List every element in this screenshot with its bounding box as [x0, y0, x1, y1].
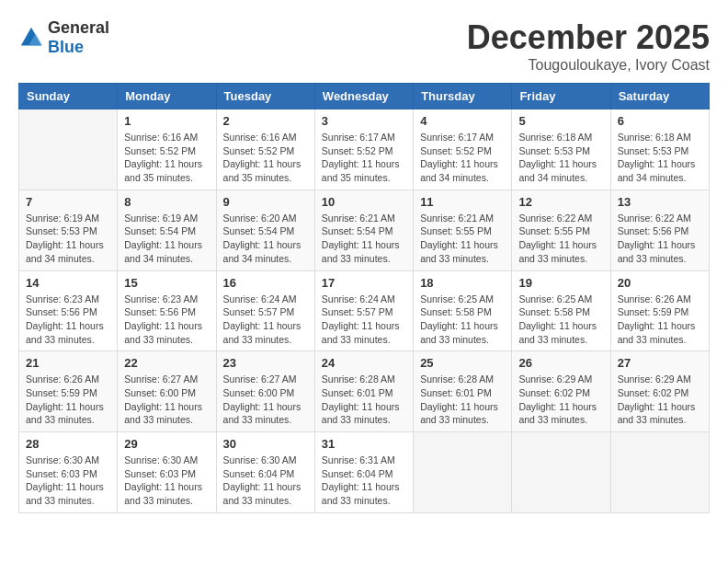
- day-number: 27: [618, 356, 702, 370]
- calendar-cell: 5Sunrise: 6:18 AM Sunset: 5:53 PM Daylig…: [512, 109, 610, 190]
- calendar-cell: 27Sunrise: 6:29 AM Sunset: 6:02 PM Dayli…: [610, 351, 709, 432]
- logo-blue: Blue: [48, 38, 84, 56]
- day-number: 16: [223, 276, 308, 290]
- calendar-cell: 23Sunrise: 6:27 AM Sunset: 6:00 PM Dayli…: [216, 351, 314, 432]
- calendar-cell: 31Sunrise: 6:31 AM Sunset: 6:04 PM Dayli…: [314, 432, 413, 513]
- calendar-cell: 17Sunrise: 6:24 AM Sunset: 5:57 PM Dayli…: [314, 270, 413, 351]
- calendar-cell: 15Sunrise: 6:23 AM Sunset: 5:56 PM Dayli…: [118, 270, 216, 351]
- day-info: Sunrise: 6:30 AM Sunset: 6:03 PM Dayligh…: [26, 454, 110, 508]
- logo: General Blue: [18, 18, 109, 57]
- calendar-cell: 21Sunrise: 6:26 AM Sunset: 5:59 PM Dayli…: [19, 351, 118, 432]
- day-info: Sunrise: 6:24 AM Sunset: 5:57 PM Dayligh…: [223, 293, 308, 347]
- day-number: 23: [223, 356, 308, 370]
- month-title: December 2025: [467, 18, 710, 57]
- day-info: Sunrise: 6:16 AM Sunset: 5:52 PM Dayligh…: [124, 131, 209, 185]
- calendar-header-tuesday: Tuesday: [216, 84, 314, 109]
- calendar-cell: 14Sunrise: 6:23 AM Sunset: 5:56 PM Dayli…: [19, 270, 118, 351]
- day-number: 24: [322, 356, 406, 370]
- calendar-week-row: 14Sunrise: 6:23 AM Sunset: 5:56 PM Dayli…: [19, 270, 710, 351]
- calendar-week-row: 28Sunrise: 6:30 AM Sunset: 6:03 PM Dayli…: [19, 432, 710, 513]
- calendar-cell: 18Sunrise: 6:25 AM Sunset: 5:58 PM Dayli…: [414, 270, 512, 351]
- day-info: Sunrise: 6:26 AM Sunset: 5:59 PM Dayligh…: [26, 373, 110, 427]
- calendar-cell: 16Sunrise: 6:24 AM Sunset: 5:57 PM Dayli…: [216, 270, 314, 351]
- day-number: 2: [223, 114, 308, 128]
- calendar-body: 1Sunrise: 6:16 AM Sunset: 5:52 PM Daylig…: [19, 109, 710, 513]
- day-info: Sunrise: 6:17 AM Sunset: 5:52 PM Dayligh…: [322, 131, 406, 185]
- day-number: 6: [618, 114, 702, 128]
- calendar-cell: 25Sunrise: 6:28 AM Sunset: 6:01 PM Dayli…: [414, 351, 512, 432]
- day-info: Sunrise: 6:25 AM Sunset: 5:58 PM Dayligh…: [518, 293, 603, 347]
- day-number: 4: [420, 114, 505, 128]
- calendar-cell: 1Sunrise: 6:16 AM Sunset: 5:52 PM Daylig…: [118, 109, 216, 190]
- day-number: 22: [124, 356, 209, 370]
- calendar-cell: 11Sunrise: 6:21 AM Sunset: 5:55 PM Dayli…: [414, 190, 512, 270]
- day-number: 31: [322, 437, 406, 451]
- day-info: Sunrise: 6:18 AM Sunset: 5:53 PM Dayligh…: [618, 131, 702, 185]
- day-number: 17: [322, 276, 406, 290]
- calendar-cell: 4Sunrise: 6:17 AM Sunset: 5:52 PM Daylig…: [414, 109, 512, 190]
- calendar-cell: 6Sunrise: 6:18 AM Sunset: 5:53 PM Daylig…: [610, 109, 709, 190]
- day-info: Sunrise: 6:30 AM Sunset: 6:03 PM Dayligh…: [124, 454, 209, 508]
- day-info: Sunrise: 6:22 AM Sunset: 5:55 PM Dayligh…: [518, 212, 603, 266]
- calendar-cell: [610, 432, 709, 513]
- calendar-cell: 2Sunrise: 6:16 AM Sunset: 5:52 PM Daylig…: [216, 109, 314, 190]
- day-number: 1: [124, 114, 209, 128]
- calendar-week-row: 1Sunrise: 6:16 AM Sunset: 5:52 PM Daylig…: [19, 109, 710, 190]
- day-info: Sunrise: 6:27 AM Sunset: 6:00 PM Dayligh…: [223, 373, 308, 427]
- day-number: 18: [420, 276, 505, 290]
- day-number: 11: [420, 195, 505, 209]
- calendar-cell: 8Sunrise: 6:19 AM Sunset: 5:54 PM Daylig…: [118, 190, 216, 270]
- calendar-header-wednesday: Wednesday: [314, 84, 413, 109]
- location-title: Tougouloukaye, Ivory Coast: [467, 57, 710, 74]
- calendar-cell: 24Sunrise: 6:28 AM Sunset: 6:01 PM Dayli…: [314, 351, 413, 432]
- calendar-week-row: 21Sunrise: 6:26 AM Sunset: 5:59 PM Dayli…: [19, 351, 710, 432]
- calendar-cell: 9Sunrise: 6:20 AM Sunset: 5:54 PM Daylig…: [216, 190, 314, 270]
- day-info: Sunrise: 6:29 AM Sunset: 6:02 PM Dayligh…: [518, 373, 603, 427]
- day-info: Sunrise: 6:19 AM Sunset: 5:53 PM Dayligh…: [26, 212, 110, 266]
- logo-icon: [18, 25, 44, 51]
- calendar-cell: [19, 109, 118, 190]
- day-number: 3: [322, 114, 406, 128]
- day-info: Sunrise: 6:22 AM Sunset: 5:56 PM Dayligh…: [618, 212, 702, 266]
- day-info: Sunrise: 6:21 AM Sunset: 5:55 PM Dayligh…: [420, 212, 505, 266]
- day-number: 12: [518, 195, 603, 209]
- calendar-cell: [414, 432, 512, 513]
- calendar-cell: 26Sunrise: 6:29 AM Sunset: 6:02 PM Dayli…: [512, 351, 610, 432]
- title-area: December 2025 Tougouloukaye, Ivory Coast: [467, 18, 710, 74]
- day-info: Sunrise: 6:28 AM Sunset: 6:01 PM Dayligh…: [322, 373, 406, 427]
- day-number: 13: [618, 195, 702, 209]
- day-number: 26: [518, 356, 603, 370]
- day-number: 14: [26, 276, 110, 290]
- day-number: 15: [124, 276, 209, 290]
- day-info: Sunrise: 6:28 AM Sunset: 6:01 PM Dayligh…: [420, 373, 505, 427]
- day-info: Sunrise: 6:23 AM Sunset: 5:56 PM Dayligh…: [26, 293, 110, 347]
- day-info: Sunrise: 6:25 AM Sunset: 5:58 PM Dayligh…: [420, 293, 505, 347]
- calendar-cell: 19Sunrise: 6:25 AM Sunset: 5:58 PM Dayli…: [512, 270, 610, 351]
- day-number: 8: [124, 195, 209, 209]
- day-info: Sunrise: 6:20 AM Sunset: 5:54 PM Dayligh…: [223, 212, 308, 266]
- day-number: 10: [322, 195, 406, 209]
- day-info: Sunrise: 6:26 AM Sunset: 5:59 PM Dayligh…: [618, 293, 702, 347]
- day-number: 19: [518, 276, 603, 290]
- day-number: 30: [223, 437, 308, 451]
- day-number: 20: [618, 276, 702, 290]
- calendar-cell: 12Sunrise: 6:22 AM Sunset: 5:55 PM Dayli…: [512, 190, 610, 270]
- page-header: General Blue December 2025 Tougouloukaye…: [18, 18, 710, 74]
- day-info: Sunrise: 6:23 AM Sunset: 5:56 PM Dayligh…: [124, 293, 209, 347]
- day-info: Sunrise: 6:19 AM Sunset: 5:54 PM Dayligh…: [124, 212, 209, 266]
- logo-general: General: [48, 18, 109, 37]
- calendar-week-row: 7Sunrise: 6:19 AM Sunset: 5:53 PM Daylig…: [19, 190, 710, 270]
- calendar-cell: 22Sunrise: 6:27 AM Sunset: 6:00 PM Dayli…: [118, 351, 216, 432]
- calendar-cell: [512, 432, 610, 513]
- calendar-cell: 28Sunrise: 6:30 AM Sunset: 6:03 PM Dayli…: [19, 432, 118, 513]
- day-info: Sunrise: 6:21 AM Sunset: 5:54 PM Dayligh…: [322, 212, 406, 266]
- day-number: 7: [26, 195, 110, 209]
- calendar-cell: 20Sunrise: 6:26 AM Sunset: 5:59 PM Dayli…: [610, 270, 709, 351]
- calendar-cell: 30Sunrise: 6:30 AM Sunset: 6:04 PM Dayli…: [216, 432, 314, 513]
- calendar-header-monday: Monday: [118, 84, 216, 109]
- calendar-cell: 13Sunrise: 6:22 AM Sunset: 5:56 PM Dayli…: [610, 190, 709, 270]
- calendar-header-friday: Friday: [512, 84, 610, 109]
- calendar-header-thursday: Thursday: [414, 84, 512, 109]
- calendar-table: SundayMondayTuesdayWednesdayThursdayFrid…: [18, 83, 710, 513]
- day-info: Sunrise: 6:30 AM Sunset: 6:04 PM Dayligh…: [223, 454, 308, 508]
